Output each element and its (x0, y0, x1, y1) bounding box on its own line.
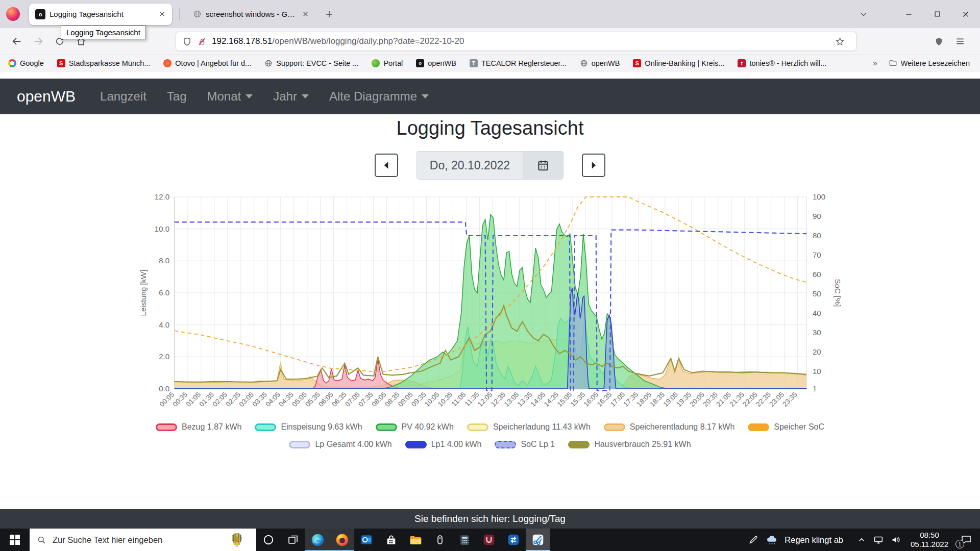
svg-text:03:05: 03:05 (237, 391, 255, 409)
bookmark-star-icon[interactable] (835, 37, 845, 46)
legend-item-speicher-soc[interactable]: Speicher SoC (748, 422, 824, 432)
taskbar-app-explorer[interactable] (403, 529, 428, 551)
task-view-button[interactable] (281, 529, 305, 551)
svg-text:02:05: 02:05 (211, 391, 229, 409)
legend-item-speicherladung[interactable]: Speicherladung 11.43 kWh (467, 422, 591, 432)
svg-text:15:05: 15:05 (556, 391, 574, 409)
nav-label: Langzeit (100, 89, 146, 104)
firefox-icon[interactable] (6, 7, 20, 21)
taskbar-app-sync-arrows[interactable] (501, 529, 526, 551)
url-bar[interactable]: 192.168.178.51/openWB/web/logging/daily.… (176, 32, 856, 51)
svg-text:06:05: 06:05 (317, 391, 335, 409)
weather-label[interactable]: Regen klingt ab (785, 535, 843, 545)
bookmark-online-banking[interactable]: S Online-Banking | Kreis... (633, 59, 724, 67)
daily-energy-chart[interactable]: 00:0500:3501:0501:3502:0502:3503:0503:35… (134, 190, 848, 424)
tab-close-icon[interactable] (157, 9, 167, 19)
bookmark-openwb-2[interactable]: openWB (580, 59, 620, 67)
extension-shield-icon[interactable] (930, 33, 947, 50)
taskbar-app-outlook[interactable] (354, 529, 379, 551)
taskbar-app-mouse-settings[interactable] (428, 529, 452, 551)
dropdown-caret-icon (246, 94, 253, 98)
legend-swatch-icon (467, 423, 488, 431)
bookmark-evcc-support[interactable]: Support: EVCC - Seite ... (264, 59, 358, 67)
bookmark-label: openWB (592, 59, 620, 67)
breadcrumb-footer: Sie befinden sich hier: Logging/Tag (0, 509, 980, 529)
svg-text:50: 50 (813, 289, 821, 298)
nav-item-monat[interactable]: Monat (207, 89, 253, 104)
bookmarks-bar: Google S Stadtsparkasse Münch... Otovo |… (0, 55, 980, 71)
next-day-button[interactable] (582, 154, 605, 177)
back-button[interactable] (8, 33, 26, 50)
legend-item-einspeisung[interactable]: Einspeisung 9.63 kWh (255, 422, 362, 432)
dropdown-caret-icon (302, 94, 309, 98)
taskbar-app-firefox[interactable] (330, 529, 354, 551)
svg-text:0.0: 0.0 (159, 384, 169, 393)
tray-chevron-up-icon[interactable] (856, 535, 867, 545)
bookmark-label: tonies® - Herzlich will... (749, 59, 826, 67)
tab-close-icon[interactable] (300, 9, 310, 19)
calendar-button[interactable] (523, 151, 564, 180)
svg-text:12:05: 12:05 (476, 391, 494, 409)
network-icon[interactable] (873, 534, 884, 545)
bookmark-tecalor[interactable]: T TECALOR Reglersteuer... (470, 59, 567, 67)
window-maximize-button[interactable] (923, 0, 951, 28)
insecure-lock-icon[interactable] (197, 37, 207, 46)
bookmarks-overflow-chevron[interactable]: » (873, 59, 877, 68)
forward-button[interactable] (30, 33, 47, 50)
legend-item-bezug[interactable]: Bezug 1.87 kWh (156, 422, 241, 432)
taskbar-app-store[interactable] (379, 529, 403, 551)
taskbar-app-maroon-u[interactable] (477, 529, 501, 551)
bookmark-portal[interactable]: Portal (372, 59, 403, 67)
legend-item-pv[interactable]: PV 40.92 kWh (376, 422, 454, 432)
previous-day-button[interactable] (375, 154, 398, 177)
cortana-button[interactable] (256, 529, 281, 551)
tab-google-search[interactable]: screenshot windows - Google S (187, 4, 315, 25)
nav-item-langzeit[interactable]: Langzeit (100, 89, 146, 104)
taskbar-app-calculator[interactable] (452, 529, 477, 551)
svg-text:30: 30 (813, 328, 821, 337)
svg-text:16:05: 16:05 (582, 391, 600, 409)
svg-text:4.0: 4.0 (159, 320, 169, 329)
nav-item-tag[interactable]: Tag (167, 89, 187, 104)
sparkasse-favicon-icon: S (57, 59, 65, 67)
nav-item-jahr[interactable]: Jahr (273, 89, 309, 104)
bookmark-stadtsparkasse[interactable]: S Stadtsparkasse Münch... (57, 59, 151, 67)
legend-swatch-icon (604, 423, 625, 431)
bookmark-google[interactable]: Google (8, 59, 44, 67)
taskbar-app-snipping-tool[interactable] (526, 529, 550, 551)
start-button[interactable] (0, 529, 30, 551)
legend-label: Hausverbrauch 25.91 kWh (594, 440, 691, 449)
openwb-brand[interactable]: openWB (17, 88, 76, 105)
svg-text:20:05: 20:05 (688, 391, 706, 409)
nav-item-alte-diagramme[interactable]: Alte Diagramme (329, 89, 429, 104)
search-highlight-pharaoh-icon[interactable] (231, 533, 243, 547)
list-all-tabs-chevron-icon[interactable] (853, 0, 874, 28)
taskbar-search-box[interactable]: Zur Suche Text hier eingeben (30, 529, 256, 551)
other-bookmarks-button[interactable]: Weitere Lesezeichen (889, 59, 970, 67)
svg-text:01:35: 01:35 (198, 391, 216, 409)
globe-favicon-icon (193, 10, 202, 18)
bookmark-openwb-1[interactable]: o openWB (416, 59, 456, 67)
svg-text:02:35: 02:35 (224, 391, 242, 409)
new-tab-button[interactable] (321, 6, 338, 23)
svg-text:6.0: 6.0 (159, 288, 169, 297)
legend-item-speicherentladung[interactable]: Speicherentladung 8.17 kWh (604, 422, 734, 432)
menu-hamburger-icon[interactable] (951, 33, 969, 50)
bookmark-otovo[interactable]: Otovo | Angebot für d... (163, 59, 251, 67)
window-minimize-button[interactable] (894, 0, 923, 28)
tab-logging-tagesansicht[interactable]: o Logging Tagesansicht (29, 4, 172, 25)
weather-rain-icon[interactable] (765, 533, 778, 546)
window-close-button[interactable] (951, 0, 980, 28)
legend-item-lp1[interactable]: Lp1 4.00 kWh (405, 440, 482, 449)
pen-icon[interactable] (748, 534, 759, 545)
taskbar-clock[interactable]: 08:50 05.11.2022 (908, 531, 951, 549)
bookmark-tonies[interactable]: t tonies® - Herzlich will... (738, 59, 826, 67)
legend-item-lp-gesamt[interactable]: Lp Gesamt 4.00 kWh (289, 440, 391, 449)
legend-item-soc-lp-1[interactable]: SoC Lp 1 (495, 440, 555, 449)
tracking-protection-shield-icon[interactable] (182, 37, 192, 46)
volume-icon[interactable] (890, 534, 901, 545)
action-center-button[interactable]: 1 (958, 531, 975, 548)
taskbar-app-edge[interactable] (305, 529, 330, 551)
bookmark-label: Support: EVCC - Seite ... (276, 59, 358, 67)
legend-item-hausverbrauch[interactable]: Hausverbrauch 25.91 kWh (568, 440, 691, 449)
